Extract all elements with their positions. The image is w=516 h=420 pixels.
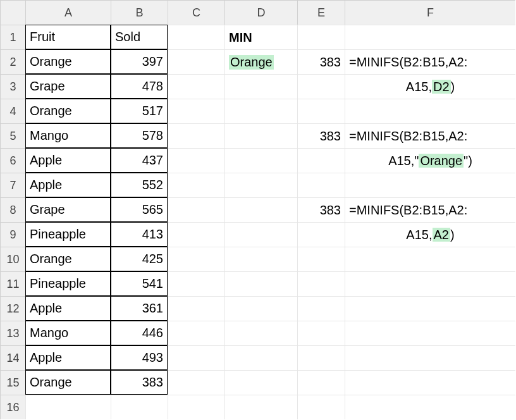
cell-C16[interactable]	[168, 395, 224, 419]
col-header-D[interactable]: D	[224, 0, 297, 25]
cell-F10[interactable]	[345, 247, 515, 271]
cell-C9[interactable]	[168, 222, 224, 247]
cell-C1[interactable]	[168, 25, 224, 49]
col-header-E[interactable]: E	[297, 0, 345, 25]
cell-A14[interactable]: Apple	[25, 345, 111, 370]
cell-E9[interactable]	[297, 222, 345, 247]
cell-A15[interactable]: Orange	[25, 370, 111, 395]
cell-A13[interactable]: Mango	[25, 321, 111, 345]
row-header-12[interactable]: 12	[0, 296, 25, 321]
cell-A9[interactable]: Pineapple	[25, 222, 111, 247]
col-header-F[interactable]: F	[345, 0, 515, 25]
cell-E11[interactable]	[297, 271, 345, 296]
cell-C8[interactable]	[168, 197, 224, 222]
cell-B1[interactable]: Sold	[111, 25, 168, 49]
cell-D2[interactable]: Orange	[224, 49, 297, 74]
cell-F6[interactable]: A15,"Orange")	[345, 148, 515, 173]
cell-D1[interactable]: MIN	[224, 25, 297, 49]
cell-F1[interactable]	[345, 25, 515, 49]
cell-E5[interactable]: 383	[297, 123, 345, 148]
cell-F4[interactable]	[345, 99, 515, 123]
cell-A1[interactable]: Fruit	[25, 25, 111, 49]
cell-D8[interactable]	[224, 197, 297, 222]
cell-D16[interactable]	[224, 395, 297, 419]
cell-B3[interactable]: 478	[111, 74, 168, 99]
cell-C7[interactable]	[168, 173, 224, 197]
cell-C6[interactable]	[168, 148, 224, 173]
cell-F5[interactable]: =MINIFS(B2:B15,A2:	[345, 123, 515, 148]
cell-F14[interactable]	[345, 345, 515, 370]
cell-C2[interactable]	[168, 49, 224, 74]
cell-D3[interactable]	[224, 74, 297, 99]
row-header-10[interactable]: 10	[0, 247, 25, 271]
cell-F2[interactable]: =MINIFS(B2:B15,A2:	[345, 49, 515, 74]
col-header-B[interactable]: B	[111, 0, 168, 25]
cell-E13[interactable]	[297, 321, 345, 345]
spreadsheet[interactable]: A B C D E F 1 Fruit Sold MIN 2 Orange 39…	[0, 0, 516, 419]
cell-A11[interactable]: Pineapple	[25, 271, 111, 296]
cell-E3[interactable]	[297, 74, 345, 99]
cell-F15[interactable]	[345, 370, 515, 395]
cell-A10[interactable]: Orange	[25, 247, 111, 271]
cell-B8[interactable]: 565	[111, 197, 168, 222]
row-header-15[interactable]: 15	[0, 370, 25, 395]
cell-A5[interactable]: Mango	[25, 123, 111, 148]
row-header-4[interactable]: 4	[0, 99, 25, 123]
cell-A3[interactable]: Grape	[25, 74, 111, 99]
cell-B11[interactable]: 541	[111, 271, 168, 296]
cell-B10[interactable]: 425	[111, 247, 168, 271]
row-header-16[interactable]: 16	[0, 395, 25, 419]
cell-E7[interactable]	[297, 173, 345, 197]
cell-C3[interactable]	[168, 74, 224, 99]
cell-D11[interactable]	[224, 271, 297, 296]
cell-B7[interactable]: 552	[111, 173, 168, 197]
cell-B2[interactable]: 397	[111, 49, 168, 74]
row-header-6[interactable]: 6	[0, 148, 25, 173]
col-header-C[interactable]: C	[168, 0, 224, 25]
cell-D6[interactable]	[224, 148, 297, 173]
cell-A4[interactable]: Orange	[25, 99, 111, 123]
cell-D10[interactable]	[224, 247, 297, 271]
cell-A8[interactable]: Grape	[25, 197, 111, 222]
cell-E14[interactable]	[297, 345, 345, 370]
cell-D15[interactable]	[224, 370, 297, 395]
cell-D4[interactable]	[224, 99, 297, 123]
cell-F13[interactable]	[345, 321, 515, 345]
cell-E2[interactable]: 383	[297, 49, 345, 74]
cell-C10[interactable]	[168, 247, 224, 271]
cell-D9[interactable]	[224, 222, 297, 247]
row-header-14[interactable]: 14	[0, 345, 25, 370]
cell-B12[interactable]: 361	[111, 296, 168, 321]
cell-B9[interactable]: 413	[111, 222, 168, 247]
cell-E10[interactable]	[297, 247, 345, 271]
cell-B6[interactable]: 437	[111, 148, 168, 173]
cell-F16[interactable]	[345, 395, 515, 419]
row-header-13[interactable]: 13	[0, 321, 25, 345]
cell-D5[interactable]	[224, 123, 297, 148]
cell-A2[interactable]: Orange	[25, 49, 111, 74]
cell-F11[interactable]	[345, 271, 515, 296]
cell-B16[interactable]	[111, 395, 168, 419]
cell-E6[interactable]	[297, 148, 345, 173]
cell-D7[interactable]	[224, 173, 297, 197]
row-header-9[interactable]: 9	[0, 222, 25, 247]
cell-E12[interactable]	[297, 296, 345, 321]
cell-E4[interactable]	[297, 99, 345, 123]
col-header-A[interactable]: A	[25, 0, 111, 25]
cell-B4[interactable]: 517	[111, 99, 168, 123]
cell-D14[interactable]	[224, 345, 297, 370]
cell-E8[interactable]: 383	[297, 197, 345, 222]
cell-A6[interactable]: Apple	[25, 148, 111, 173]
cell-F12[interactable]	[345, 296, 515, 321]
cell-E15[interactable]	[297, 370, 345, 395]
cell-B5[interactable]: 578	[111, 123, 168, 148]
cell-C15[interactable]	[168, 370, 224, 395]
row-header-7[interactable]: 7	[0, 173, 25, 197]
row-header-5[interactable]: 5	[0, 123, 25, 148]
cell-E1[interactable]	[297, 25, 345, 49]
cell-E16[interactable]	[297, 395, 345, 419]
cell-F3[interactable]: A15,D2)	[345, 74, 515, 99]
cell-C12[interactable]	[168, 296, 224, 321]
row-header-8[interactable]: 8	[0, 197, 25, 222]
cell-A16[interactable]	[25, 395, 111, 419]
